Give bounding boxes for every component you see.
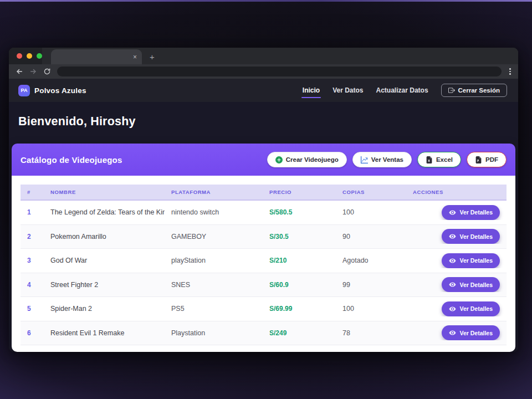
- export-excel-label: Excel: [436, 156, 453, 163]
- create-game-button[interactable]: Crear Videojuego: [267, 152, 347, 167]
- eye-icon: [449, 281, 456, 288]
- row-actions: Ver Detalles: [406, 325, 507, 340]
- window-controls: [9, 48, 42, 64]
- game-platform: nintendo switch: [165, 208, 263, 216]
- new-tab-button[interactable]: +: [150, 49, 155, 64]
- browser-tabstrip: × +: [9, 48, 518, 64]
- game-platform: playStation: [165, 257, 263, 264]
- row-number: 2: [21, 233, 44, 241]
- url-bar[interactable]: [57, 66, 502, 76]
- game-name: Resident Evil 1 Remake: [44, 329, 165, 337]
- view-details-label: Ver Detalles: [459, 209, 493, 216]
- game-platform: Playstation: [165, 329, 263, 337]
- game-copies: 78: [336, 329, 406, 337]
- close-window-button[interactable]: [17, 53, 22, 59]
- nav-item-inicio[interactable]: Inicio: [303, 86, 320, 94]
- app-navbar: PA Polvos Azules Inicio Ver Datos Actual…: [9, 79, 518, 102]
- eye-icon: [449, 209, 456, 216]
- table-row: 4 Street Fighter 2 SNES S/60.9 99 Ver De…: [21, 273, 507, 298]
- hero-section: Bienvenido, Hiroshy: [9, 102, 518, 141]
- col-header-plataforma: PLATAFORMA: [165, 189, 263, 195]
- logout-icon: [448, 87, 455, 94]
- game-name: Street Fighter 2: [44, 281, 165, 289]
- view-details-button[interactable]: Ver Detalles: [442, 229, 500, 244]
- row-actions: Ver Detalles: [406, 253, 507, 268]
- view-details-button[interactable]: Ver Detalles: [442, 277, 500, 292]
- games-table: # NOMBRE PLATAFORMA PRECIO COPIAS ACCION…: [21, 185, 507, 345]
- game-platform: SNES: [165, 281, 263, 289]
- game-name: The Legend of Zelda: Tears of the Kingdo…: [44, 208, 165, 216]
- table-row: 1 The Legend of Zelda: Tears of the King…: [21, 201, 507, 225]
- game-name: God Of War: [44, 257, 165, 264]
- brand-name: Polvos Azules: [34, 86, 86, 95]
- game-price: S/60.9: [263, 281, 336, 289]
- view-details-label: Ver Detalles: [459, 257, 493, 264]
- minimize-window-button[interactable]: [27, 53, 32, 59]
- export-pdf-label: PDF: [485, 156, 498, 163]
- game-copies: 100: [336, 208, 406, 216]
- backdrop-glow: [0, 0, 532, 2]
- catalog-card: Catálogo de Videojuegos Crear Videojuego…: [12, 144, 515, 352]
- game-copies: 99: [336, 281, 406, 289]
- brand-logo: PA: [18, 85, 30, 96]
- tab-close-icon[interactable]: ×: [133, 54, 137, 60]
- export-pdf-button[interactable]: PDF: [467, 152, 507, 167]
- game-price: S/249: [263, 329, 336, 337]
- game-copies: Agotado: [336, 257, 406, 264]
- nav-links: Inicio Ver Datos Actualizar Datos Cerrar…: [303, 84, 507, 97]
- welcome-title: Bienvenido, Hiroshy: [18, 115, 136, 129]
- reload-icon[interactable]: [43, 68, 51, 75]
- nav-item-ver-datos[interactable]: Ver Datos: [332, 86, 363, 94]
- forward-icon[interactable]: [29, 68, 37, 75]
- view-details-label: Ver Detalles: [459, 330, 493, 336]
- game-name: Spider-Man 2: [44, 305, 165, 313]
- col-header-precio: PRECIO: [263, 189, 336, 195]
- view-sales-label: Ver Ventas: [371, 156, 403, 163]
- row-actions: Ver Detalles: [406, 301, 507, 316]
- view-details-label: Ver Detalles: [459, 305, 493, 312]
- view-details-button[interactable]: Ver Detalles: [442, 301, 500, 316]
- browser-tab[interactable]: ×: [51, 49, 142, 64]
- game-platform: GAMEBOY: [165, 233, 263, 241]
- card-header-actions: Crear Videojuego Ver Ventas Excel PDF: [267, 152, 507, 167]
- table-body: 1 The Legend of Zelda: Tears of the King…: [21, 201, 507, 345]
- view-details-label: Ver Detalles: [459, 282, 493, 288]
- row-actions: Ver Detalles: [406, 205, 507, 220]
- view-details-button[interactable]: Ver Detalles: [442, 253, 500, 268]
- view-sales-button[interactable]: Ver Ventas: [352, 152, 412, 167]
- logout-button[interactable]: Cerrar Sesión: [441, 84, 507, 97]
- view-details-button[interactable]: Ver Detalles: [442, 205, 500, 220]
- maximize-window-button[interactable]: [37, 53, 42, 59]
- row-actions: Ver Detalles: [406, 229, 507, 244]
- browser-menu-icon[interactable]: [508, 67, 513, 76]
- nav-item-actualizar-datos[interactable]: Actualizar Datos: [376, 86, 428, 94]
- col-header-nombre: NOMBRE: [44, 189, 165, 195]
- eye-icon: [449, 233, 456, 240]
- row-number: 1: [21, 208, 44, 216]
- table-row: 3 God Of War playStation S/210 Agotado V…: [21, 249, 507, 273]
- table-row: 2 Pokemon Amarillo GAMEBOY S/30.5 90 Ver…: [21, 225, 507, 249]
- row-actions: Ver Detalles: [406, 277, 507, 292]
- eye-icon: [449, 257, 456, 264]
- row-number: 5: [21, 305, 44, 313]
- game-copies: 90: [336, 233, 406, 241]
- card-header: Catálogo de Videojuegos Crear Videojuego…: [12, 144, 515, 176]
- table-header-row: # NOMBRE PLATAFORMA PRECIO COPIAS ACCION…: [21, 185, 507, 201]
- view-details-button[interactable]: Ver Detalles: [442, 325, 500, 340]
- export-excel-button[interactable]: Excel: [417, 152, 461, 167]
- col-header-num: #: [21, 189, 44, 195]
- table-row: 5 Spider-Man 2 PS5 S/69.99 100 Ver Detal…: [21, 297, 507, 321]
- back-icon[interactable]: [16, 68, 23, 75]
- game-price: S/210: [263, 257, 336, 264]
- game-platform: PS5: [165, 305, 263, 313]
- game-name: Pokemon Amarillo: [44, 233, 165, 241]
- row-number: 4: [21, 281, 44, 289]
- game-price: S/69.99: [263, 305, 336, 313]
- row-number: 3: [21, 257, 44, 264]
- eye-icon: [449, 305, 456, 313]
- table-row: 6 Resident Evil 1 Remake Playstation S/2…: [21, 321, 507, 346]
- game-price: S/580.5: [263, 208, 336, 216]
- game-copies: 100: [336, 305, 406, 313]
- brand[interactable]: PA Polvos Azules: [18, 85, 86, 96]
- plus-circle-icon: [275, 156, 283, 163]
